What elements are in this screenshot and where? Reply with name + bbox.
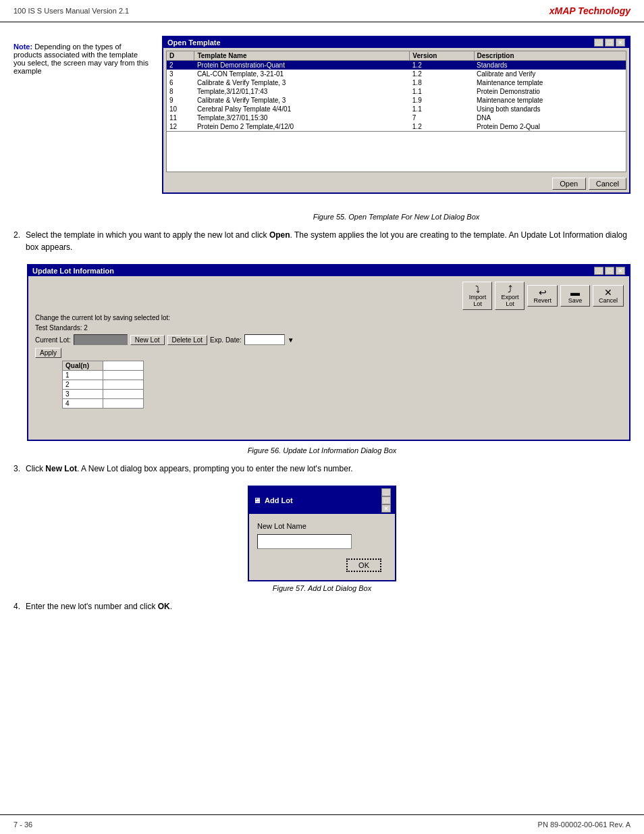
right-content-col: Open Template _ □ × D Template Name V [162, 36, 630, 199]
qual-header: Qual(n) [63, 361, 103, 371]
row-d: 9 [167, 96, 194, 105]
row-d: 8 [167, 87, 194, 96]
row-desc: Protein Demo 2-Qual [474, 122, 626, 132]
template-row[interactable]: 8 Template,3/12/01,17:43 1.1 Protein Dem… [167, 87, 626, 96]
row-desc: DNA [474, 113, 626, 122]
qual-table: Qual(n) 1 2 [62, 361, 144, 409]
new-lot-name-input[interactable] [257, 534, 352, 549]
add-lot-title-buttons: _ □ × [381, 488, 391, 513]
step4-text: Enter the new lot's number and click OK. [26, 600, 630, 613]
template-row[interactable]: 9 Calibrate & Verify Template, 3 1.9 Mai… [167, 96, 626, 105]
step4-bold: OK [158, 602, 170, 611]
cancel-toolbar-btn[interactable]: ✕ Cancel [593, 285, 624, 307]
delete-lot-btn[interactable]: Delete Lot [167, 335, 208, 345]
page-content: Note: Depending on the types of products… [0, 29, 644, 657]
apply-btn[interactable]: Apply [35, 348, 61, 358]
note-box: Note: Depending on the types of products… [14, 43, 149, 75]
step4-num: 4. [14, 600, 20, 613]
row-desc: Standards [474, 61, 626, 70]
ul-maximize-btn[interactable]: □ [605, 267, 614, 275]
col-version: Version [410, 51, 474, 61]
row-d: 12 [167, 122, 194, 132]
row-name: CAL-CON Template, 3-21-01 [194, 70, 410, 78]
update-lot-dialog: Update Lot Information _ □ × ⤵ ImportLot… [27, 264, 630, 441]
step2-text-before: Select the template in which you want to… [26, 230, 269, 240]
template-row[interactable]: 6 Calibrate & Verify Template, 3 1.8 Mai… [167, 78, 626, 87]
part-number: PN 89-00002-00-061 Rev. A [538, 820, 630, 829]
row-version: 7 [410, 113, 474, 122]
template-row[interactable]: 2 Protein Demonstration-Quant 1.2 Standa… [167, 61, 626, 70]
export-lot-btn[interactable]: ⤴ ExportLot [495, 282, 525, 310]
update-lot-body: ⤵ ImportLot ⤴ ExportLot ↩ Revert ▬ Save [28, 276, 629, 440]
open-button[interactable]: Open [552, 178, 586, 190]
cancel-button[interactable]: Cancel [589, 178, 626, 190]
al-minimize-btn[interactable]: _ [381, 488, 391, 496]
exp-date-label: Exp. Date: [210, 336, 242, 344]
update-lot-title-buttons: _ □ × [594, 267, 625, 275]
new-lot-btn[interactable]: New Lot [130, 335, 165, 345]
step3-num: 3. [14, 463, 20, 475]
qual-row-4: 4 [63, 399, 103, 409]
template-row[interactable]: 11 Template,3/27/01,15:30 7 DNA [167, 113, 626, 122]
figure57-caption: Figure 57. Add Lot Dialog Box [14, 584, 630, 592]
al-close-btn[interactable]: × [381, 504, 391, 513]
ul-minimize-btn[interactable]: _ [594, 267, 603, 275]
al-maximize-btn[interactable]: □ [381, 496, 391, 504]
exp-date-dropdown-arrow[interactable]: ▼ [288, 336, 294, 344]
row-version: 1.8 [410, 78, 474, 87]
export-label: ExportLot [501, 294, 518, 307]
qual-spacer [31, 410, 626, 437]
add-lot-title-text: Add Lot [265, 496, 381, 504]
import-lot-btn[interactable]: ⤵ ImportLot [462, 282, 492, 310]
row-desc: Using both standards [474, 105, 626, 113]
step4-text-before: Enter the new lot's number and click [26, 602, 158, 611]
step3-text-after: . A New Lot dialog box appears, promptin… [77, 464, 353, 473]
col-d: D [167, 51, 194, 61]
col-description: Description [474, 51, 626, 61]
save-btn[interactable]: ▬ Save [560, 285, 590, 307]
toolbar-row: ⤵ ImportLot ⤴ ExportLot ↩ Revert ▬ Save [31, 279, 626, 313]
row-version: 1.2 [410, 70, 474, 78]
brand-title: xMAP Technology [549, 5, 630, 16]
current-lot-input[interactable] [74, 334, 128, 345]
step3-text: Click New Lot. A New Lot dialog box appe… [26, 463, 630, 475]
update-lot-title: Update Lot Information [32, 267, 114, 275]
add-lot-footer: OK [257, 556, 387, 575]
close-btn[interactable]: × [616, 38, 625, 47]
figure55-container: Figure 55. Open Template For New Lot Dia… [162, 213, 630, 221]
qual-val-2 [103, 380, 144, 390]
open-template-titlebar: Open Template _ □ × [163, 37, 629, 48]
row-name: Calibrate & Verify Template, 3 [194, 96, 410, 105]
row-version: 1.2 [410, 122, 474, 132]
empty-area [166, 132, 626, 172]
qual-val-4 [103, 399, 144, 409]
row-name: Cerebral Palsy Template 4/4/01 [194, 105, 410, 113]
step3-text-before: Click [26, 464, 45, 473]
template-row[interactable]: 12 Protein Demo 2 Template,4/12/0 1.2 Pr… [167, 122, 626, 132]
row-desc: Calibrate and Verify [474, 70, 626, 78]
export-icon: ⤴ [508, 284, 512, 294]
cancel-label: Cancel [599, 297, 618, 304]
ul-close-btn[interactable]: × [616, 267, 625, 275]
minimize-btn[interactable]: _ [594, 38, 603, 47]
add-lot-title-icon: 🖥 [253, 496, 261, 504]
figure56-caption: Figure 56. Update Lot Information Dialog… [14, 446, 630, 454]
template-table: D Template Name Version Description 2 Pr… [166, 51, 626, 132]
row-version: 1.1 [410, 105, 474, 113]
step3-bold: New Lot [45, 464, 77, 473]
revert-btn[interactable]: ↩ Revert [527, 285, 558, 307]
add-lot-container: 🖥 Add Lot _ □ × New Lot Name OK [14, 486, 630, 581]
template-row[interactable]: 10 Cerebral Palsy Template 4/4/01 1.1 Us… [167, 105, 626, 113]
exp-date-input[interactable] [244, 334, 285, 345]
row-desc: Maintenance template [474, 96, 626, 105]
ok-button[interactable]: OK [346, 558, 381, 572]
add-lot-body: New Lot Name OK [249, 514, 395, 580]
maximize-btn[interactable]: □ [605, 38, 614, 47]
current-lot-label: Current Lot: [35, 336, 71, 344]
step2-bold: Open [269, 230, 290, 240]
template-row[interactable]: 3 CAL-CON Template, 3-21-01 1.2 Calibrat… [167, 70, 626, 78]
qual-val-1 [103, 371, 144, 380]
save-label: Save [568, 297, 583, 304]
cancel-icon: ✕ [604, 288, 612, 297]
qual-section: Qual(n) 1 2 [31, 359, 626, 410]
